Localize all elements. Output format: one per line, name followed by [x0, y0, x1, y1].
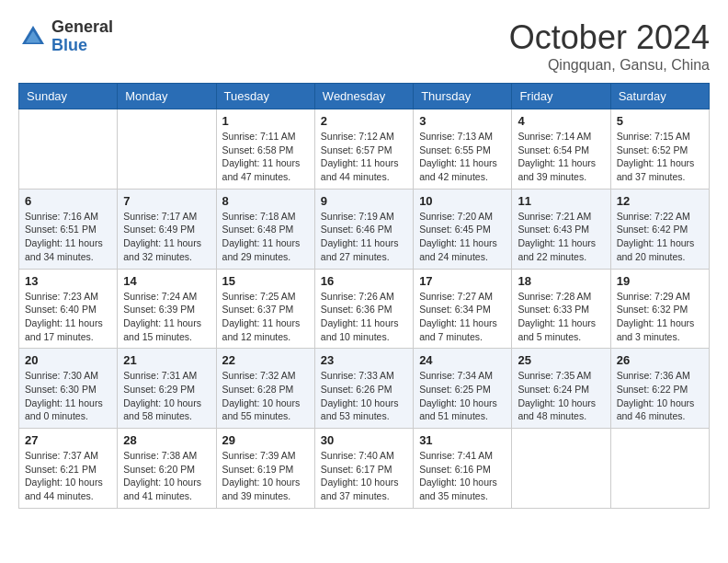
calendar-week-row: 20Sunrise: 7:30 AMSunset: 6:30 PMDayligh…	[19, 349, 710, 429]
calendar-cell: 24Sunrise: 7:34 AMSunset: 6:25 PMDayligh…	[414, 349, 512, 429]
day-number: 14	[123, 274, 210, 288]
day-info: Sunrise: 7:27 AMSunset: 6:34 PMDaylight:…	[419, 290, 506, 344]
weekday-header-sunday: Sunday	[19, 84, 118, 109]
day-info: Sunrise: 7:31 AMSunset: 6:29 PMDaylight:…	[123, 369, 210, 423]
day-number: 15	[222, 274, 309, 288]
calendar-cell: 30Sunrise: 7:40 AMSunset: 6:17 PMDayligh…	[314, 429, 413, 509]
day-info: Sunrise: 7:18 AMSunset: 6:48 PMDaylight:…	[222, 210, 309, 264]
day-info: Sunrise: 7:25 AMSunset: 6:37 PMDaylight:…	[222, 290, 309, 344]
calendar-cell: 18Sunrise: 7:28 AMSunset: 6:33 PMDayligh…	[512, 269, 610, 349]
logo-general: General	[51, 17, 113, 36]
calendar-cell: 17Sunrise: 7:27 AMSunset: 6:34 PMDayligh…	[414, 269, 512, 349]
day-info: Sunrise: 7:30 AMSunset: 6:30 PMDaylight:…	[25, 369, 111, 423]
day-info: Sunrise: 7:14 AMSunset: 6:54 PMDaylight:…	[518, 130, 604, 184]
calendar-cell: 22Sunrise: 7:32 AMSunset: 6:28 PMDayligh…	[216, 349, 314, 429]
title-block: October 2024 Qingquan, Gansu, China	[509, 18, 710, 74]
calendar-table: SundayMondayTuesdayWednesdayThursdayFrid…	[18, 83, 710, 509]
logo: General Blue	[18, 18, 113, 55]
calendar-cell: 4Sunrise: 7:14 AMSunset: 6:54 PMDaylight…	[512, 109, 610, 190]
weekday-header-row: SundayMondayTuesdayWednesdayThursdayFrid…	[19, 84, 710, 109]
day-number: 18	[518, 274, 604, 288]
calendar-cell: 25Sunrise: 7:35 AMSunset: 6:24 PMDayligh…	[512, 349, 610, 429]
day-info: Sunrise: 7:29 AMSunset: 6:32 PMDaylight:…	[617, 290, 703, 344]
day-number: 6	[25, 194, 111, 208]
day-number: 21	[123, 353, 210, 367]
calendar-cell: 1Sunrise: 7:11 AMSunset: 6:58 PMDaylight…	[216, 109, 314, 190]
day-number: 17	[419, 274, 506, 288]
calendar-cell: 12Sunrise: 7:22 AMSunset: 6:42 PMDayligh…	[610, 189, 709, 269]
day-info: Sunrise: 7:22 AMSunset: 6:42 PMDaylight:…	[617, 210, 703, 264]
day-info: Sunrise: 7:26 AMSunset: 6:36 PMDaylight:…	[321, 290, 407, 344]
day-info: Sunrise: 7:36 AMSunset: 6:22 PMDaylight:…	[617, 369, 703, 423]
day-number: 30	[321, 433, 407, 447]
location-subtitle: Qingquan, Gansu, China	[509, 57, 710, 74]
day-info: Sunrise: 7:15 AMSunset: 6:52 PMDaylight:…	[617, 130, 703, 184]
month-title: October 2024	[509, 18, 710, 57]
day-info: Sunrise: 7:12 AMSunset: 6:57 PMDaylight:…	[321, 130, 407, 184]
day-info: Sunrise: 7:17 AMSunset: 6:49 PMDaylight:…	[123, 210, 210, 264]
day-number: 9	[321, 194, 407, 208]
day-number: 2	[321, 114, 407, 128]
calendar-cell: 13Sunrise: 7:23 AMSunset: 6:40 PMDayligh…	[19, 269, 118, 349]
logo-blue: Blue	[51, 36, 87, 54]
day-number: 19	[617, 274, 703, 288]
day-number: 29	[222, 433, 309, 447]
day-info: Sunrise: 7:41 AMSunset: 6:16 PMDaylight:…	[419, 449, 506, 503]
calendar-cell	[610, 429, 709, 509]
day-number: 1	[222, 114, 309, 128]
day-number: 10	[419, 194, 506, 208]
calendar-week-row: 13Sunrise: 7:23 AMSunset: 6:40 PMDayligh…	[19, 269, 710, 349]
calendar-cell: 8Sunrise: 7:18 AMSunset: 6:48 PMDaylight…	[216, 189, 314, 269]
day-number: 26	[617, 353, 703, 367]
day-number: 3	[419, 114, 506, 128]
weekday-header-friday: Friday	[512, 84, 610, 109]
weekday-header-thursday: Thursday	[414, 84, 512, 109]
calendar-cell: 23Sunrise: 7:33 AMSunset: 6:26 PMDayligh…	[314, 349, 413, 429]
day-info: Sunrise: 7:37 AMSunset: 6:21 PMDaylight:…	[25, 449, 111, 503]
day-number: 5	[617, 114, 703, 128]
calendar-cell: 16Sunrise: 7:26 AMSunset: 6:36 PMDayligh…	[314, 269, 413, 349]
day-number: 25	[518, 353, 604, 367]
day-number: 20	[25, 353, 111, 367]
weekday-header-tuesday: Tuesday	[216, 84, 314, 109]
weekday-header-wednesday: Wednesday	[314, 84, 413, 109]
day-info: Sunrise: 7:28 AMSunset: 6:33 PMDaylight:…	[518, 290, 604, 344]
day-number: 7	[123, 194, 210, 208]
calendar-week-row: 1Sunrise: 7:11 AMSunset: 6:58 PMDaylight…	[19, 109, 710, 190]
calendar-cell: 15Sunrise: 7:25 AMSunset: 6:37 PMDayligh…	[216, 269, 314, 349]
day-info: Sunrise: 7:21 AMSunset: 6:43 PMDaylight:…	[518, 210, 604, 264]
day-info: Sunrise: 7:40 AMSunset: 6:17 PMDaylight:…	[321, 449, 407, 503]
day-info: Sunrise: 7:32 AMSunset: 6:28 PMDaylight:…	[222, 369, 309, 423]
calendar-cell: 7Sunrise: 7:17 AMSunset: 6:49 PMDaylight…	[118, 189, 216, 269]
calendar-cell: 2Sunrise: 7:12 AMSunset: 6:57 PMDaylight…	[314, 109, 413, 190]
calendar-week-row: 6Sunrise: 7:16 AMSunset: 6:51 PMDaylight…	[19, 189, 710, 269]
day-info: Sunrise: 7:16 AMSunset: 6:51 PMDaylight:…	[25, 210, 111, 264]
day-number: 4	[518, 114, 604, 128]
day-info: Sunrise: 7:19 AMSunset: 6:46 PMDaylight:…	[321, 210, 407, 264]
calendar-cell: 5Sunrise: 7:15 AMSunset: 6:52 PMDaylight…	[610, 109, 709, 190]
day-info: Sunrise: 7:24 AMSunset: 6:39 PMDaylight:…	[123, 290, 210, 344]
day-info: Sunrise: 7:23 AMSunset: 6:40 PMDaylight:…	[25, 290, 111, 344]
calendar-cell: 11Sunrise: 7:21 AMSunset: 6:43 PMDayligh…	[512, 189, 610, 269]
calendar-cell: 3Sunrise: 7:13 AMSunset: 6:55 PMDaylight…	[414, 109, 512, 190]
calendar-cell: 31Sunrise: 7:41 AMSunset: 6:16 PMDayligh…	[414, 429, 512, 509]
day-info: Sunrise: 7:13 AMSunset: 6:55 PMDaylight:…	[419, 130, 506, 184]
day-info: Sunrise: 7:34 AMSunset: 6:25 PMDaylight:…	[419, 369, 506, 423]
calendar-cell: 29Sunrise: 7:39 AMSunset: 6:19 PMDayligh…	[216, 429, 314, 509]
calendar-cell: 21Sunrise: 7:31 AMSunset: 6:29 PMDayligh…	[118, 349, 216, 429]
calendar-cell: 6Sunrise: 7:16 AMSunset: 6:51 PMDaylight…	[19, 189, 118, 269]
day-number: 31	[419, 433, 506, 447]
day-info: Sunrise: 7:33 AMSunset: 6:26 PMDaylight:…	[321, 369, 407, 423]
calendar-cell	[19, 109, 118, 190]
day-number: 16	[321, 274, 407, 288]
calendar-cell: 14Sunrise: 7:24 AMSunset: 6:39 PMDayligh…	[118, 269, 216, 349]
weekday-header-saturday: Saturday	[610, 84, 709, 109]
day-number: 8	[222, 194, 309, 208]
weekday-header-monday: Monday	[118, 84, 216, 109]
day-number: 12	[617, 194, 703, 208]
day-number: 24	[419, 353, 506, 367]
day-number: 13	[25, 274, 111, 288]
calendar-cell: 10Sunrise: 7:20 AMSunset: 6:45 PMDayligh…	[414, 189, 512, 269]
day-info: Sunrise: 7:38 AMSunset: 6:20 PMDaylight:…	[123, 449, 210, 503]
calendar-cell	[512, 429, 610, 509]
